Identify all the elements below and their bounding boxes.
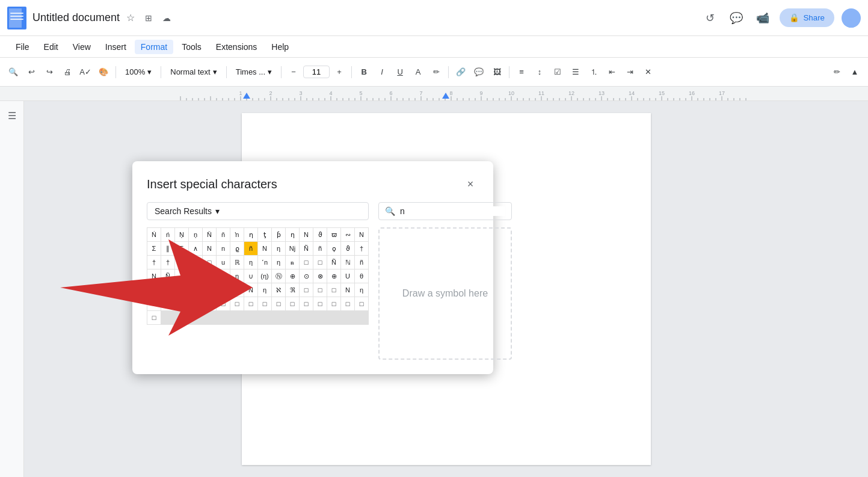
char-search-input[interactable] <box>400 206 505 216</box>
char-cell[interactable]: □ <box>203 297 216 310</box>
char-cell[interactable]: □ <box>300 283 313 297</box>
char-cell[interactable]: Nj <box>286 242 299 255</box>
char-cell[interactable]: □ <box>203 256 216 269</box>
char-cell[interactable]: □ <box>258 297 271 310</box>
char-cell[interactable]: ⊕ <box>327 269 340 283</box>
char-cell[interactable]: ƫ <box>258 228 271 241</box>
char-cell[interactable]: ⁻ <box>175 256 188 269</box>
char-cell[interactable]: n <box>217 242 230 255</box>
char-cell[interactable]: Ν <box>355 228 368 241</box>
char-cell[interactable]: ᵰ <box>286 256 299 269</box>
font-dropdown[interactable]: Times ... ▾ <box>230 64 277 79</box>
clear-format-btn[interactable]: ✕ <box>639 63 656 81</box>
menu-file[interactable]: File <box>10 40 35 54</box>
char-cell[interactable]: Ν <box>203 242 216 255</box>
share-button[interactable]: 🔒 Share <box>780 8 834 27</box>
spellcheck-btn[interactable]: A✓ <box>77 63 94 81</box>
char-cell[interactable]: ∧ <box>217 269 230 283</box>
char-cell[interactable]: ン <box>230 283 244 297</box>
align-btn[interactable]: ≡ <box>513 63 530 81</box>
menu-help[interactable]: Help <box>265 40 295 54</box>
font-size-input[interactable]: 11 <box>303 66 330 78</box>
doc-title[interactable]: Untitled document <box>32 11 120 25</box>
char-cell[interactable]: η <box>272 256 285 269</box>
pen-btn[interactable]: ✏ <box>828 63 845 81</box>
char-cell[interactable]: □ <box>244 297 257 310</box>
redo-btn[interactable]: ↪ <box>41 63 58 81</box>
char-cell[interactable]: □ <box>286 297 299 310</box>
menu-view[interactable]: View <box>67 40 97 54</box>
char-cell[interactable]: □ <box>175 297 188 310</box>
char-cell[interactable]: ƥ <box>272 228 285 241</box>
char-cell[interactable]: ℵ <box>272 283 285 297</box>
char-cell[interactable]: □ <box>230 297 244 310</box>
char-cell[interactable]: η <box>355 283 368 297</box>
cloud-icon[interactable]: ☁ <box>159 11 174 25</box>
char-cell[interactable]: ƞ <box>244 228 257 241</box>
char-cell[interactable]: Ν <box>147 269 161 283</box>
checklist-btn[interactable]: ☑ <box>549 63 566 81</box>
dialog-close-btn[interactable]: × <box>462 176 479 192</box>
char-cell[interactable]: ℕ <box>341 256 354 269</box>
doc-area[interactable]: Insert special characters × Search Resul… <box>24 101 868 477</box>
menu-format[interactable]: Format <box>135 40 173 54</box>
char-cell[interactable]: ņ <box>189 228 202 241</box>
char-cell[interactable]: ℝ <box>230 256 244 269</box>
char-cell[interactable]: ϖ <box>327 228 340 241</box>
char-cell[interactable]: Π <box>203 269 216 283</box>
char-cell[interactable]: η <box>272 242 285 255</box>
char-cell[interactable]: ƞ <box>175 269 188 283</box>
char-cell[interactable]: ∪ <box>244 269 257 283</box>
indent-inc-btn[interactable]: ⇥ <box>621 63 638 81</box>
highlight-btn[interactable]: ✏ <box>428 63 445 81</box>
char-cell[interactable]: □ <box>313 297 327 310</box>
search-results-dropdown[interactable]: Search Results ▾ <box>147 202 369 220</box>
char-cell[interactable]: ϑ <box>341 242 354 255</box>
char-cell[interactable]: Ν <box>341 283 354 297</box>
char-cell[interactable]: ń <box>161 228 174 241</box>
history-btn[interactable]: ↺ <box>700 8 719 28</box>
indent-dec-btn[interactable]: ⇤ <box>603 63 620 81</box>
char-cell[interactable]: ⊕ <box>286 269 299 283</box>
bullet-list-btn[interactable]: ☰ <box>567 63 584 81</box>
char-cell[interactable]: □ <box>327 283 340 297</box>
link-btn[interactable]: 🔗 <box>452 63 469 81</box>
char-cell[interactable]: ᶅ <box>189 283 202 297</box>
char-cell[interactable]: ƞ <box>286 228 299 241</box>
char-cell[interactable]: ϑ <box>313 228 327 241</box>
char-cell[interactable]: U <box>341 269 354 283</box>
char-cell[interactable]: Ν <box>300 228 313 241</box>
font-size-plus[interactable]: + <box>331 63 348 81</box>
char-cell[interactable]: ∾ <box>341 228 354 241</box>
char-cell[interactable]: □ <box>272 297 285 310</box>
char-cell[interactable]: ϙ <box>327 242 340 255</box>
underline-btn[interactable]: U <box>392 63 408 81</box>
char-cell[interactable]: Ñ <box>300 242 313 255</box>
font-size-minus[interactable]: − <box>285 63 302 81</box>
undo-btn[interactable]: ↩ <box>23 63 40 81</box>
char-cell[interactable]: Σ <box>175 242 188 255</box>
char-cell[interactable]: Ν <box>244 283 257 297</box>
numbered-list-btn[interactable]: ⒈ <box>585 63 602 81</box>
char-cell[interactable]: □ <box>300 297 313 310</box>
char-cell[interactable]: η <box>244 256 257 269</box>
outline-icon[interactable]: ☰ <box>5 108 19 123</box>
char-cell[interactable]: † <box>355 242 368 255</box>
char-cell[interactable]: ň <box>217 228 230 241</box>
comment-btn-2[interactable]: 💬 <box>470 63 487 81</box>
char-cell[interactable]: Ň <box>203 228 216 241</box>
move-icon[interactable]: ⊞ <box>141 11 156 25</box>
menu-insert[interactable]: Insert <box>99 40 132 54</box>
char-cell[interactable]: Ń <box>147 228 161 241</box>
char-cell[interactable]: Π <box>147 283 161 297</box>
style-dropdown[interactable]: Normal text ▾ <box>165 64 222 79</box>
char-cell[interactable]: Ñ <box>161 269 174 283</box>
char-cell[interactable]: □ <box>341 297 354 310</box>
char-cell[interactable]: ƨ <box>189 256 202 269</box>
char-cell[interactable]: □ <box>327 297 340 310</box>
text-color-btn[interactable]: A <box>410 63 426 81</box>
char-cell[interactable]: ⊙ <box>300 269 313 283</box>
char-cell[interactable]: θ <box>355 269 368 283</box>
star-icon[interactable]: ☆ <box>123 11 138 25</box>
char-cell[interactable]: Ņ <box>175 228 188 241</box>
